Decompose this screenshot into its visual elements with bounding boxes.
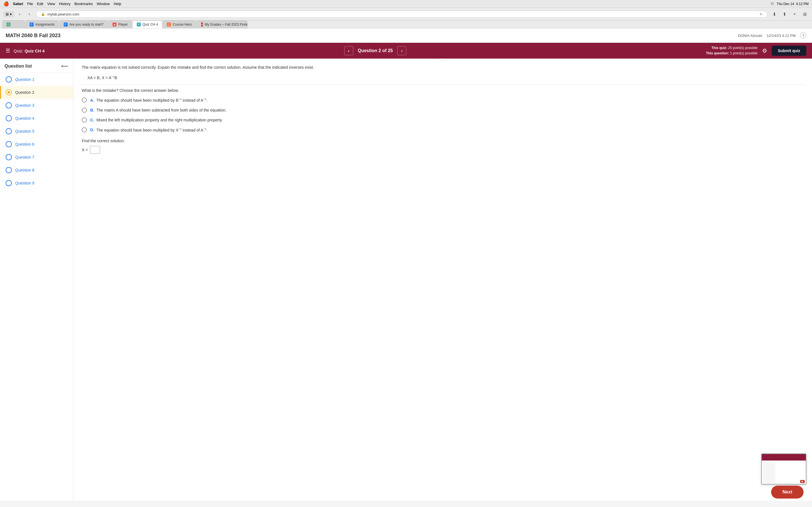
this-question-value: 1 point(s) possible (730, 51, 757, 55)
option-c-label: C. Mixed the left multiplication propert… (90, 117, 223, 123)
mac-menubar: 🍎 Safari File Edit View History Bookmark… (0, 0, 812, 8)
tab-start-label: Are you ready to start? (69, 22, 103, 26)
reload-icon[interactable]: ↻ (760, 12, 763, 16)
sidebar-chevron-icon: ▾ (10, 12, 12, 16)
option-b-label: B. The matrix A should have been subtrac… (90, 107, 226, 113)
forward-btn[interactable]: › (26, 10, 33, 18)
menubar-datetime: Thu Dec 14 4:12 PM (777, 2, 809, 6)
menubar-history[interactable]: History (59, 2, 70, 6)
menubar-file[interactable]: File (27, 2, 33, 6)
next-btn[interactable]: Next (771, 486, 804, 499)
sidebar-item-q5[interactable]: Question 5 (0, 125, 73, 138)
sidebar-item-q3[interactable]: Question 3 (0, 99, 73, 112)
address-bar[interactable]: 🔒 mylab.pearson.com ↻ (36, 11, 767, 18)
tab-coursehero-label: Course Hero (172, 22, 192, 26)
tab-assignments-label: Assignments (35, 22, 55, 26)
prev-arrow-icon: ‹ (348, 48, 350, 54)
radio-d[interactable] (82, 127, 87, 132)
q3-label: Question 3 (15, 103, 35, 108)
tab-favicon-start: P (64, 22, 68, 26)
question-nav: ‹ Question 2 of 25 › (344, 46, 406, 55)
menubar-safari[interactable]: Safari (13, 2, 23, 6)
menubar-window[interactable]: Window (97, 2, 110, 6)
help-btn[interactable]: ? (800, 33, 806, 39)
next-question-btn[interactable]: › (397, 46, 406, 55)
back-btn[interactable]: ‹ (16, 10, 24, 18)
quiz-info: This quiz: 25 point(s) possible This que… (706, 45, 758, 56)
quiz-header: ☰ Quiz: Quiz CH 4 ‹ Question 2 of 25 › T… (0, 43, 812, 59)
tab-coursehero[interactable]: C Course Hero (163, 20, 196, 28)
sidebar-item-q4[interactable]: Question 4 (0, 112, 73, 125)
this-quiz-value: 25 point(s) possible (728, 46, 758, 50)
tab-start[interactable]: P Are you ready to start? (59, 20, 108, 28)
sidebar-toggle-btn[interactable]: ⊞ ▾ (3, 11, 14, 17)
collapse-sidebar-btn[interactable]: ⟵ (61, 63, 68, 69)
site-header-right: DONIA Alzoubi 12/14/23 4:12 PM ? (738, 33, 806, 39)
menubar-view[interactable]: View (47, 2, 55, 6)
sidebar-item-q6[interactable]: Question 6 (0, 138, 73, 151)
username: DONIA Alzoubi (738, 34, 762, 38)
menubar-help[interactable]: Help (114, 2, 121, 6)
share-btn[interactable]: ⬆ (780, 10, 788, 18)
site-header: MATH 2040 B Fall 2023 DONIA Alzoubi 12/1… (0, 29, 812, 43)
radio-c[interactable] (82, 117, 87, 122)
tab-grades-label: My Grades – Fall 2023 Finite... (205, 22, 248, 26)
menubar-bookmarks[interactable]: Bookmarks (74, 2, 93, 6)
tab-player[interactable]: ● Player (108, 20, 132, 28)
q4-circle-inner (7, 117, 10, 120)
sidebar: Question list ⟵ Question 1 Question 2 Qu… (0, 59, 73, 501)
divider-expand-btn[interactable]: ··· (438, 59, 447, 60)
sidebar-item-q7[interactable]: Question 7 (0, 151, 73, 164)
tab-g[interactable]: G (2, 20, 25, 28)
menubar-edit[interactable]: Edit (37, 2, 43, 6)
sidebar-item-q1[interactable]: Question 1 (0, 73, 73, 86)
option-b: B. The matrix A should have been subtrac… (82, 107, 804, 113)
thumbnail-close-btn[interactable]: ▶ (800, 480, 805, 483)
tab-assignments[interactable]: P Assignments (26, 20, 59, 28)
sub-question-prompt: What is the mistake? Choose the correct … (82, 88, 804, 93)
q3-circle (6, 102, 12, 108)
hamburger-icon: ☰ (6, 48, 10, 54)
sidebar-item-q9[interactable]: Question 9 (0, 177, 73, 189)
q5-circle-inner (7, 130, 10, 133)
new-tab-btn[interactable]: + (791, 10, 799, 18)
site-title: MATH 2040 B Fall 2023 (6, 33, 61, 39)
tab-favicon-coursehero: C (167, 22, 171, 26)
answer-input-field[interactable] (90, 146, 100, 154)
option-d: D. The equation should have been multipl… (82, 127, 804, 133)
sidebar-item-q8[interactable]: Question 8 (0, 164, 73, 177)
this-question-label: This question: (706, 51, 729, 55)
tabs-overview-btn[interactable]: ⊞ (801, 10, 809, 18)
q1-label: Question 1 (15, 77, 35, 82)
option-a: A. The equation should have been multipl… (82, 97, 804, 103)
q2-label: Question 2 (15, 90, 35, 95)
nav-buttons: ⊞ ▾ ‹ › (3, 10, 33, 18)
sidebar-title: Question list (4, 64, 32, 69)
q6-label: Question 6 (15, 142, 35, 147)
prev-question-btn[interactable]: ‹ (344, 46, 353, 55)
q7-circle-inner (7, 156, 10, 159)
tab-favicon-assignments: P (30, 22, 34, 26)
q9-label: Question 9 (15, 181, 35, 185)
sidebar-item-q2[interactable]: Question 2 (0, 86, 73, 99)
thumbnail-sidebar-mini (763, 462, 775, 483)
sidebar-grid-icon: ⊞ (6, 12, 9, 16)
settings-btn[interactable]: ⚙ (762, 47, 767, 54)
download-btn[interactable]: ⬇ (770, 10, 778, 18)
question-prompt: The matrix equation is not solved correc… (82, 64, 804, 70)
option-d-label: D. The equation should have been multipl… (90, 127, 207, 133)
q3-circle-inner (7, 104, 10, 107)
hamburger-btn[interactable]: ☰ (6, 48, 10, 54)
radio-b[interactable] (82, 108, 87, 113)
submit-quiz-btn[interactable]: Submit quiz (772, 46, 806, 56)
apple-menu[interactable]: 🍎 (3, 1, 9, 6)
q8-circle-inner (7, 169, 10, 172)
q4-label: Question 4 (15, 116, 35, 121)
browser-actions: ⬇ ⬆ + ⊞ (770, 10, 809, 18)
thumbnail-content-mini (776, 462, 805, 483)
lock-icon: 🔒 (41, 12, 45, 16)
q6-circle (6, 141, 12, 147)
radio-a[interactable] (82, 98, 87, 103)
tab-grades[interactable]: M My Grades – Fall 2023 Finite... (197, 20, 248, 28)
tab-quiz[interactable]: P Quiz CH 4 (133, 20, 162, 28)
